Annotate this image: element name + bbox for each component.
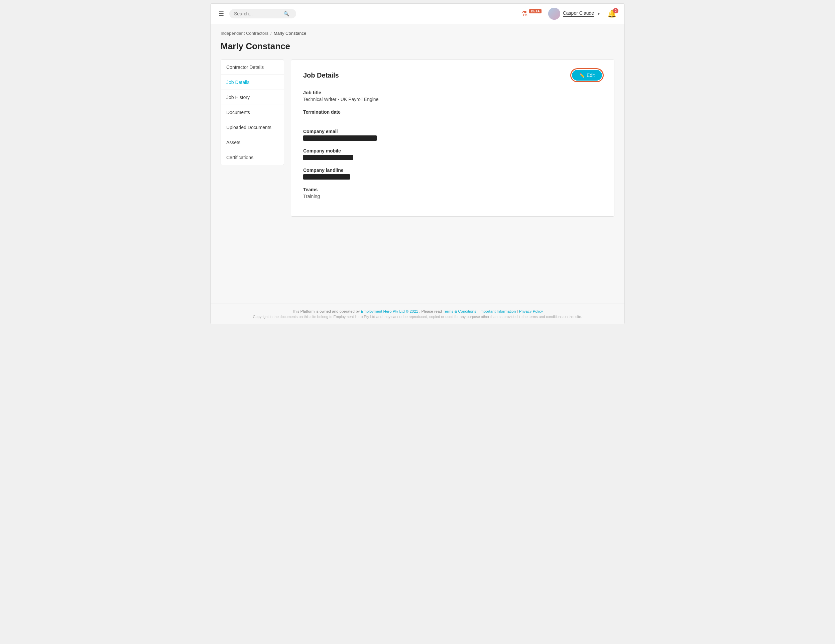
footer-link-eh[interactable]: Employment Hero Pty Ltd © 2021 [361,309,418,313]
sidebar-item-documents[interactable]: Documents [221,105,284,120]
footer-line2: Copyright in the documents on this site … [221,315,614,319]
body-layout: Contractor Details Job Details Job Histo… [221,60,614,217]
edit-button-label: Edit [586,73,595,78]
panel-title: Job Details [303,72,339,79]
footer-link-privacy[interactable]: Privacy Policy [519,309,543,313]
sidebar: Contractor Details Job Details Job Histo… [221,60,284,217]
footer: This Platform is owned and operated by E… [211,304,624,324]
field-job-title: Job title Technical Writer - UK Payroll … [303,90,602,102]
sidebar-item-job-details[interactable]: Job Details [221,75,284,90]
topbar: ☰ 🔍 ⚗ BETA Casper Claude [211,4,624,24]
outer-wrapper: ☰ 🔍 ⚗ BETA Casper Claude [0,0,835,644]
main-content: Independent Contractors / Marly Constanc… [211,24,624,304]
breadcrumb-separator: / [270,31,272,36]
field-label-termination-date: Termination date [303,109,602,115]
notification-badge: 2 [613,8,618,13]
field-company-mobile: Company mobile [303,148,602,160]
user-name-underline [563,16,594,17]
footer-link-important[interactable]: Important Information [479,309,516,313]
field-termination-date: Termination date - [303,109,602,121]
breadcrumb-current: Marly Constance [274,31,307,36]
hamburger-icon[interactable]: ☰ [219,10,224,17]
flask-icon: ⚗ [521,9,528,18]
sidebar-item-certifications[interactable]: Certifications [221,150,284,165]
search-bar[interactable]: 🔍 [229,9,296,18]
field-teams: Teams Training [303,187,602,199]
field-value-company-email [303,135,377,141]
pencil-icon: ✏️ [579,73,585,78]
field-label-job-title: Job title [303,90,602,95]
field-value-teams: Training [303,194,602,199]
sidebar-item-assets[interactable]: Assets [221,135,284,150]
field-label-company-landline: Company landline [303,168,602,173]
panel-header: Job Details ✏️ Edit [303,70,602,81]
field-company-email: Company email [303,129,602,141]
content-panel: Job Details ✏️ Edit Job title Technical … [291,60,614,217]
field-value-job-title: Technical Writer - UK Payroll Engine [303,97,602,102]
user-name: Casper Claude [563,10,594,16]
page-container: ☰ 🔍 ⚗ BETA Casper Claude [210,3,625,324]
beta-badge-wrapper: ⚗ BETA [521,9,541,18]
sidebar-item-uploaded-documents[interactable]: Uploaded Documents [221,120,284,135]
notification-wrapper[interactable]: 🔔 2 [608,9,616,18]
field-label-company-email: Company email [303,129,602,134]
field-label-company-mobile: Company mobile [303,148,602,153]
breadcrumb-parent-link[interactable]: Independent Contractors [221,31,268,36]
field-value-company-landline [303,174,350,180]
sidebar-item-contractor-details[interactable]: Contractor Details [221,60,284,75]
field-value-company-mobile [303,155,353,160]
topbar-right: ⚗ BETA Casper Claude ▼ 🔔 2 [521,8,616,20]
field-company-landline: Company landline [303,168,602,180]
footer-middle: . Please read [419,309,443,313]
sidebar-item-job-history[interactable]: Job History [221,89,284,105]
footer-line1: This Platform is owned and operated by E… [221,309,614,313]
field-value-termination-date: - [303,116,602,121]
edit-button[interactable]: ✏️ Edit [572,70,602,81]
breadcrumb: Independent Contractors / Marly Constanc… [221,31,614,36]
footer-link-terms[interactable]: Terms & Conditions [443,309,476,313]
field-label-teams: Teams [303,187,602,192]
user-name-block: Casper Claude [563,10,594,17]
page-title: Marly Constance [221,41,614,52]
chevron-down-icon: ▼ [597,11,601,16]
user-info[interactable]: Casper Claude ▼ [548,8,601,20]
beta-badge: BETA [529,9,541,13]
search-icon: 🔍 [283,11,289,16]
footer-prefix: This Platform is owned and operated by [292,309,361,313]
search-input[interactable] [234,11,281,16]
avatar [548,8,560,20]
